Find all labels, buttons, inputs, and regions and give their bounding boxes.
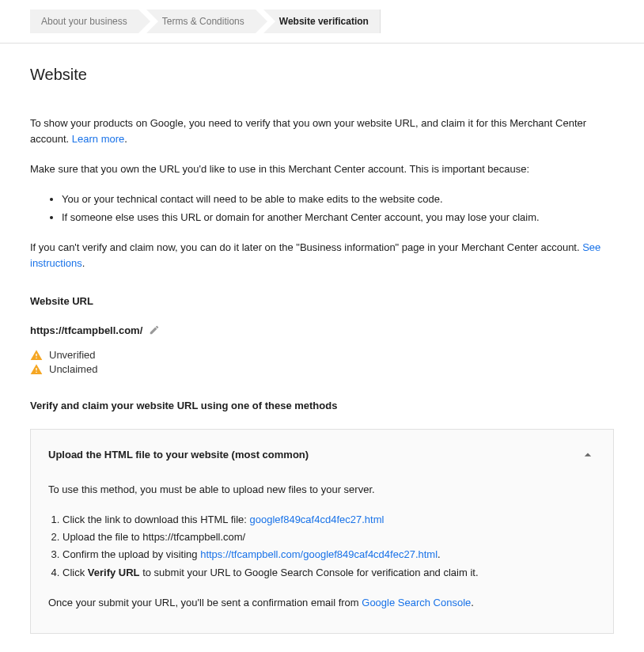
chevron-up-icon xyxy=(580,447,596,463)
step-text: Click xyxy=(63,567,88,578)
pencil-icon[interactable] xyxy=(149,324,160,335)
list-item: If someone else uses this URL or domain … xyxy=(62,210,614,226)
url-row: https://tfcampbell.com/ xyxy=(30,324,614,336)
search-console-link[interactable]: Google Search Console xyxy=(362,597,471,608)
confirm-visit-link[interactable]: https://tfcampbell.com/googlef849caf4cd4… xyxy=(200,548,438,560)
breadcrumb-step-terms[interactable]: Terms & Conditions xyxy=(146,9,256,33)
dot: . xyxy=(124,133,127,145)
status-unclaimed: Unclaimed xyxy=(30,363,614,376)
breadcrumb-label: Website verification xyxy=(279,16,369,27)
status-label: Unclaimed xyxy=(49,363,97,375)
breadcrumb-label: Terms & Conditions xyxy=(162,16,244,27)
download-file-link[interactable]: googlef849caf4cd4fec27.html xyxy=(250,514,385,525)
step-text: Click the link to download this HTML fil… xyxy=(63,514,250,525)
accordion-title: Upload the HTML file to your website (mo… xyxy=(48,449,309,461)
ownership-note: Make sure that you own the URL you'd lik… xyxy=(30,161,614,177)
later-text: If you can't verify and claim now, you c… xyxy=(30,241,582,253)
accordion-upload-html: Upload the HTML file to your website (mo… xyxy=(30,429,614,634)
step-text: Confirm the upload by visiting xyxy=(63,548,200,560)
warning-icon xyxy=(30,349,43,362)
list-item: Confirm the upload by visiting https://t… xyxy=(63,547,596,563)
intro-paragraph: To show your products on Google, you nee… xyxy=(30,116,614,147)
accordion-header[interactable]: Upload the HTML file to your website (mo… xyxy=(31,430,613,482)
list-item: Upload the file to https://tfcampbell.co… xyxy=(63,529,596,545)
main-content: Website To show your products on Google,… xyxy=(0,44,644,634)
breadcrumb-step-about[interactable]: About your business xyxy=(30,9,138,33)
dot: . xyxy=(82,257,85,269)
footer-text: . xyxy=(471,597,474,608)
accordion-body: To use this method, you must be able to … xyxy=(31,482,613,633)
warning-icon xyxy=(30,363,43,376)
breadcrumb-label: About your business xyxy=(41,16,127,27)
upload-intro: To use this method, you must be able to … xyxy=(48,482,596,498)
methods-heading: Verify and claim your website URL using … xyxy=(30,400,614,411)
step-text: to submit your URL to Google Search Cons… xyxy=(140,567,479,578)
ownership-bullets: You or your technical contact will need … xyxy=(30,191,614,225)
footer-text: Once your submit your URL, you'll be sen… xyxy=(48,597,362,608)
status-label: Unverified xyxy=(49,349,96,361)
breadcrumb: About your business Terms & Conditions W… xyxy=(0,0,644,44)
list-item: Click Verify URL to submit your URL to G… xyxy=(63,565,596,581)
status-unverified: Unverified xyxy=(30,349,614,362)
learn-more-link[interactable]: Learn more xyxy=(72,133,124,145)
list-item: Click the link to download this HTML fil… xyxy=(63,512,596,528)
upload-footer: Once your submit your URL, you'll be sen… xyxy=(48,595,596,611)
page-title: Website xyxy=(30,66,614,84)
website-url-heading: Website URL xyxy=(30,295,614,307)
later-note: If you can't verify and claim now, you c… xyxy=(30,240,614,271)
website-url-value: https://tfcampbell.com/ xyxy=(30,324,142,336)
list-item: You or your technical contact will need … xyxy=(62,191,614,207)
upload-steps: Click the link to download this HTML fil… xyxy=(48,512,596,581)
breadcrumb-step-verification[interactable]: Website verification xyxy=(263,9,381,33)
dot: . xyxy=(438,548,441,560)
verify-url-bold: Verify URL xyxy=(88,567,140,578)
